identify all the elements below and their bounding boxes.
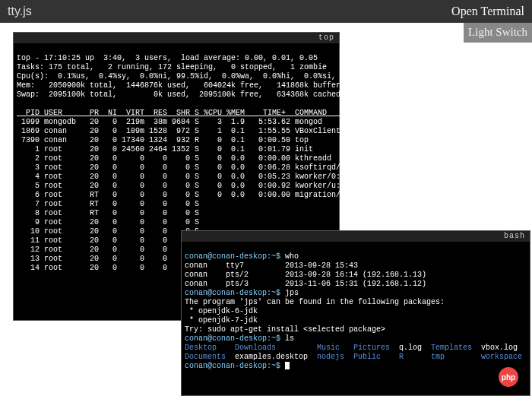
ls-dir: Music bbox=[317, 344, 353, 352]
terminal-title-bar[interactable]: top bbox=[14, 33, 339, 43]
cmd: jps bbox=[285, 289, 299, 297]
prompt: conan@conan-deskop:~$ bbox=[185, 289, 285, 297]
ls-dir: Downloads bbox=[235, 344, 317, 352]
ls-dir: nodejs bbox=[317, 353, 353, 361]
cmd: ls bbox=[285, 334, 294, 343]
ls-dir: Templates bbox=[431, 344, 481, 352]
ls-dir: Pictures bbox=[353, 344, 399, 352]
ls-dir: Desktop bbox=[185, 344, 235, 352]
open-terminal-link[interactable]: Open Terminal bbox=[451, 5, 524, 18]
brand-title: tty.js bbox=[8, 5, 32, 18]
php-badge: php bbox=[499, 367, 518, 387]
ls-file: vbox.log bbox=[481, 344, 518, 352]
out-line: * openjdk-6-jdk bbox=[185, 307, 258, 315]
ls-dir: tmp bbox=[431, 353, 481, 361]
prompt: conan@conan-deskop:~$ bbox=[185, 362, 285, 370]
prompt: conan@conan-deskop:~$ bbox=[185, 334, 285, 343]
top-row: 1 root 20 0 24560 2464 1352 S 0 0.1 0:01… bbox=[17, 145, 313, 154]
cursor-icon bbox=[285, 362, 290, 369]
top-row: 6 root RT 0 0 0 0 S 0 0.0 0:00.00 migrat… bbox=[17, 191, 345, 199]
top-row: 9 root 20 0 0 0 0 S bbox=[17, 218, 199, 227]
out-line: The program 'jps' can be found in the fo… bbox=[185, 298, 445, 306]
prompt: conan@conan-deskop:~$ bbox=[185, 252, 285, 261]
top-row: 3 root 20 0 0 0 0 S 0 0.0 0:06.28 ksofti… bbox=[17, 163, 345, 172]
top-row: 1099 mongodb 20 0 219m 38m 9684 S 3 1.9 … bbox=[17, 118, 322, 126]
top-line: Mem: 2050900k total, 1446876k used, 6040… bbox=[17, 81, 345, 90]
out-line: conan pts/3 2013-11-06 15:31 (192.168.1.… bbox=[185, 280, 426, 288]
ls-dir: workspace bbox=[481, 353, 522, 361]
cmd: who bbox=[285, 252, 299, 261]
top-row: 14 root 20 0 0 0 0 S bbox=[17, 264, 199, 272]
top-row: 4 root 20 0 0 0 0 S 0 0.0 0:05.23 kworke… bbox=[17, 173, 345, 181]
top-row: 13 root 20 0 0 0 0 S bbox=[17, 255, 199, 263]
top-row: 1869 conan 20 0 109m 1528 972 S 1 0.1 1:… bbox=[17, 127, 340, 135]
out-line: Try: sudo apt-get install <selected pack… bbox=[185, 325, 385, 334]
ls-dir: Documents bbox=[185, 353, 235, 361]
top-line: Swap: 2095100k total, 0k used, 2095100k … bbox=[17, 90, 340, 99]
top-row: 7390 conan 20 0 17340 1324 932 R 0 0.1 0… bbox=[17, 136, 309, 144]
out-line: * openjdk-7-jdk bbox=[185, 316, 258, 325]
top-row: 12 root 20 0 0 0 0 S bbox=[17, 246, 199, 254]
out-line: conan tty7 2013-09-28 15:43 bbox=[185, 261, 358, 270]
top-row: 7 root RT 0 0 0 0 S bbox=[17, 200, 199, 208]
terminal-body: conan@conan-deskop:~$ who conan tty7 201… bbox=[182, 242, 530, 372]
top-row: 11 root 20 0 0 0 0 S bbox=[17, 236, 199, 245]
top-row: 8 root RT 0 0 0 0 S bbox=[17, 209, 199, 217]
ls-file: q.log bbox=[399, 344, 431, 352]
top-line: Tasks: 175 total, 2 running, 172 sleepin… bbox=[17, 63, 327, 71]
top-header: PID USER PR NI VIRT RES SHR S %CPU %MEM … bbox=[17, 109, 382, 117]
ls-dir: Public bbox=[353, 353, 399, 361]
navbar: tty.js Open Terminal bbox=[0, 0, 532, 23]
terminal-title-bar[interactable]: bash bbox=[182, 231, 530, 242]
top-row: 5 root 20 0 0 0 0 S 0 0.0 0:00.92 kworke… bbox=[17, 182, 345, 190]
light-switch-button[interactable]: Light Switch bbox=[464, 23, 532, 43]
ls-file: examples.desktop bbox=[235, 353, 317, 361]
top-line: top - 17:10:25 up 3:40, 3 users, load av… bbox=[17, 54, 318, 62]
top-row: 10 root 20 0 0 0 0 S bbox=[17, 227, 199, 236]
terminal-bash[interactable]: bash conan@conan-deskop:~$ who conan tty… bbox=[181, 230, 530, 396]
top-row: 2 root 20 0 0 0 0 S 0 0.0 0:00.00 kthrea… bbox=[17, 154, 331, 163]
top-line: Cpu(s): 0.1%us, 0.4%sy, 0.0%ni, 99.5%id,… bbox=[17, 72, 372, 81]
ls-dir: R bbox=[399, 353, 431, 361]
out-line: conan pts/2 2013-09-28 16:14 (192.168.1.… bbox=[185, 271, 426, 279]
